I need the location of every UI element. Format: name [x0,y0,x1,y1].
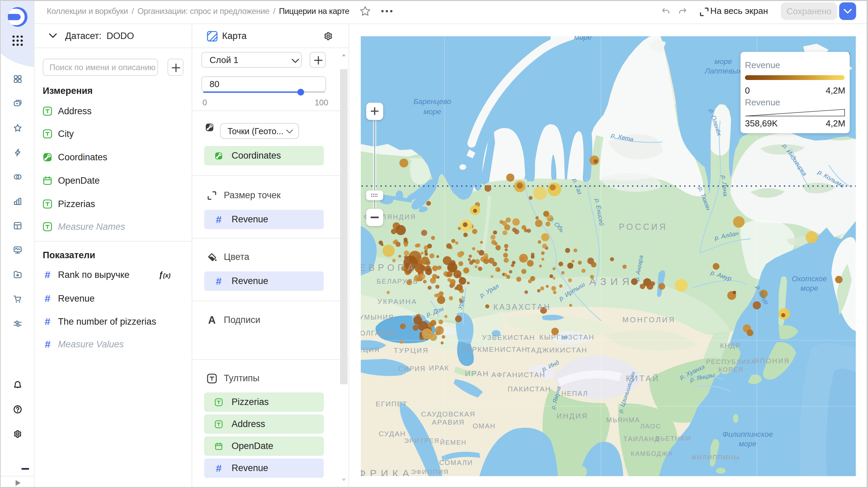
svg-text:ВЬЕТНАМ: ВЬЕТНАМ [655,435,691,442]
svg-text:КОРЕЯ: КОРЕЯ [718,366,744,373]
svg-text:Охотское: Охотское [792,274,827,283]
svg-text:НЕПАЛ: НЕПАЛ [561,390,588,397]
svg-text:ЙЕМЕН: ЙЕМЕН [440,439,467,446]
svg-text:море: море [739,440,756,448]
svg-text:КЫРГЫЗСТАН: КЫРГЫЗСТАН [539,333,594,341]
svg-text:САУДОВСКАЯ: САУДОВСКАЯ [421,410,476,418]
svg-text:РЕЦИЯ: РЕЦИЯ [361,346,380,353]
svg-text:ОМАН: ОМАН [473,422,496,430]
svg-text:ИРАК: ИРАК [429,364,449,372]
svg-text:ЭРИТРЕЯ: ЭРИТРЕЯ [404,437,440,444]
svg-text:ПАКИСТАН: ПАКИСТАН [508,385,551,393]
svg-text:СУДАН: СУДАН [379,430,406,438]
svg-text:море: море [574,36,592,41]
svg-text:А З И Я: А З И Я [589,276,630,287]
svg-text:Лаптевых: Лаптевых [704,67,742,75]
svg-text:УЗБЕКИСТАН: УЗБЕКИСТАН [482,333,535,341]
svg-text:ИНДИЯ: ИНДИЯ [556,412,588,420]
svg-text:ТУРКМЕНИСТАН: ТУРКМЕНИСТАН [462,345,528,353]
svg-text:КАЗАХСТАН: КАЗАХСТАН [493,303,551,311]
svg-text:ЕГИПЕТ: ЕГИПЕТ [376,400,408,408]
svg-text:Филиппинское: Филиппинское [723,430,773,439]
svg-text:А Ф Р И К А: А Ф Р И К А [361,468,410,476]
svg-text:КАМБОДЖА: КАМБОДЖА [631,450,673,457]
svg-text:ТУРЦИЯ: ТУРЦИЯ [394,346,429,354]
svg-text:Баренцево: Баренцево [413,97,451,106]
svg-text:ТАДЖИКИСТАН: ТАДЖИКИСТАН [526,346,588,354]
svg-text:ЯПОНИЯ: ЯПОНИЯ [754,357,790,365]
svg-text:РОССИЯ: РОССИЯ [619,222,668,231]
svg-text:ТАИЛАНД: ТАИЛАНД [623,435,660,443]
svg-text:ИРАН: ИРАН [465,369,489,378]
svg-text:море: море [423,107,441,116]
svg-text:СОМАЛИ: СОМАЛИ [439,459,473,466]
svg-text:РЕСПУБЛИКА: РЕСПУБЛИКА [706,358,756,365]
svg-text:ФИЛИППИНЫ: ФИЛИППИНЫ [691,454,740,461]
svg-text:СИРИЯ: СИРИЯ [398,365,426,372]
svg-text:АФГАНИСТАН: АФГАНИСТАН [491,371,545,379]
svg-text:Е В Р О П А: Е В Р О П А [361,263,414,273]
svg-text:МОНГОЛИЯ: МОНГОЛИЯ [622,316,675,324]
svg-text:БОЛГАРИЯ: БОЛГАРИЯ [361,329,396,337]
svg-text:МЬЯНМА: МЬЯНМА [606,416,640,424]
svg-text:море: море [714,57,732,66]
svg-text:БЕЛАРУСЬ: БЕЛАРУСЬ [377,278,418,285]
svg-text:ЭФИОПИЯ: ЭФИОПИЯ [411,468,449,475]
svg-text:ЛАОС: ЛАОС [640,423,661,430]
svg-text:КНДР: КНДР [720,342,741,349]
svg-text:АРАВИЯ: АРАВИЯ [432,418,465,426]
svg-text:УКРАИНА: УКРАИНА [377,298,417,305]
svg-text:РУМЫНИЯ: РУМЫНИЯ [361,313,394,321]
svg-text:море: море [801,284,818,292]
